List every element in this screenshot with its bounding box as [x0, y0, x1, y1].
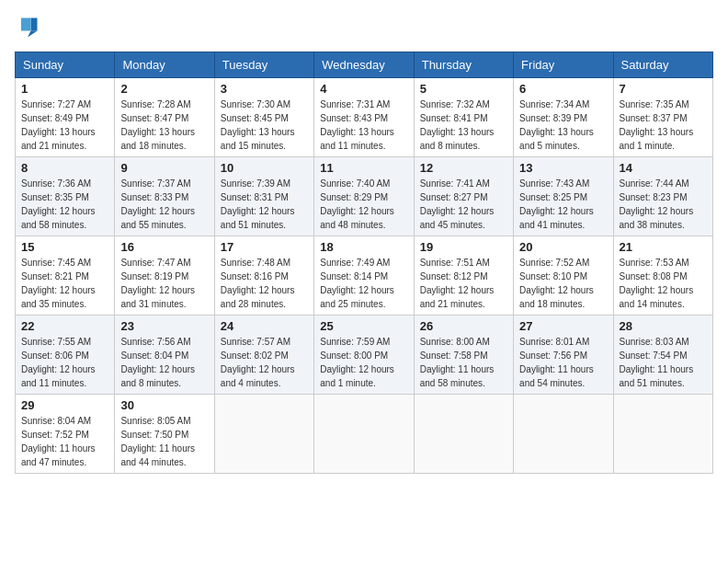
day-info: Sunrise: 7:27 AM Sunset: 8:49 PM Dayligh… — [21, 98, 108, 153]
day-info: Sunrise: 7:51 AM Sunset: 8:12 PM Dayligh… — [420, 256, 507, 311]
day-number: 1 — [21, 82, 108, 96]
day-info: Sunrise: 7:59 AM Sunset: 8:00 PM Dayligh… — [320, 335, 407, 390]
calendar-cell — [514, 395, 613, 474]
day-number: 13 — [519, 161, 607, 175]
day-info: Sunrise: 7:34 AM Sunset: 8:39 PM Dayligh… — [519, 98, 607, 153]
calendar-cell: 2Sunrise: 7:28 AM Sunset: 8:47 PM Daylig… — [115, 78, 214, 157]
day-number: 17 — [221, 240, 308, 254]
logo — [15, 15, 48, 40]
calendar-cell: 28Sunrise: 8:03 AM Sunset: 7:54 PM Dayli… — [613, 316, 712, 395]
calendar-row: 29Sunrise: 8:04 AM Sunset: 7:52 PM Dayli… — [16, 395, 713, 474]
day-number: 24 — [221, 319, 308, 333]
day-info: Sunrise: 7:41 AM Sunset: 8:27 PM Dayligh… — [420, 177, 507, 232]
day-number: 10 — [221, 161, 308, 175]
calendar-cell: 19Sunrise: 7:51 AM Sunset: 8:12 PM Dayli… — [414, 236, 513, 316]
day-number: 7 — [620, 82, 707, 96]
day-info: Sunrise: 7:43 AM Sunset: 8:25 PM Dayligh… — [519, 177, 607, 232]
calendar-cell: 3Sunrise: 7:30 AM Sunset: 8:45 PM Daylig… — [214, 78, 313, 157]
calendar-cell: 8Sunrise: 7:36 AM Sunset: 8:35 PM Daylig… — [16, 157, 115, 236]
day-info: Sunrise: 7:55 AM Sunset: 8:06 PM Dayligh… — [21, 335, 108, 390]
day-number: 2 — [120, 82, 208, 96]
calendar-cell: 27Sunrise: 8:01 AM Sunset: 7:56 PM Dayli… — [514, 316, 613, 395]
calendar-cell: 20Sunrise: 7:52 AM Sunset: 8:10 PM Dayli… — [514, 236, 613, 316]
calendar-table: Sunday Monday Tuesday Wednesday Thursday… — [15, 52, 713, 474]
logo-icon — [15, 15, 40, 40]
day-number: 28 — [620, 319, 707, 333]
day-number: 3 — [221, 82, 308, 96]
calendar-cell: 18Sunrise: 7:49 AM Sunset: 8:14 PM Dayli… — [314, 236, 414, 316]
day-number: 23 — [120, 319, 208, 333]
day-number: 9 — [120, 161, 208, 175]
day-info: Sunrise: 7:36 AM Sunset: 8:35 PM Dayligh… — [21, 177, 108, 232]
day-info: Sunrise: 7:45 AM Sunset: 8:21 PM Dayligh… — [21, 256, 108, 311]
day-info: Sunrise: 7:52 AM Sunset: 8:10 PM Dayligh… — [519, 256, 607, 311]
svg-marker-2 — [21, 18, 31, 31]
calendar-cell: 26Sunrise: 8:00 AM Sunset: 7:58 PM Dayli… — [414, 316, 513, 395]
calendar-cell: 4Sunrise: 7:31 AM Sunset: 8:43 PM Daylig… — [314, 78, 414, 157]
day-number: 21 — [620, 240, 707, 254]
calendar-cell: 16Sunrise: 7:47 AM Sunset: 8:19 PM Dayli… — [115, 236, 214, 316]
day-info: Sunrise: 7:49 AM Sunset: 8:14 PM Dayligh… — [320, 256, 407, 311]
day-info: Sunrise: 7:35 AM Sunset: 8:37 PM Dayligh… — [620, 98, 707, 153]
calendar-cell: 21Sunrise: 7:53 AM Sunset: 8:08 PM Dayli… — [613, 236, 712, 316]
calendar-cell — [214, 395, 313, 474]
page-header — [15, 15, 713, 40]
day-info: Sunrise: 7:37 AM Sunset: 8:33 PM Dayligh… — [120, 177, 208, 232]
day-info: Sunrise: 7:47 AM Sunset: 8:19 PM Dayligh… — [120, 256, 208, 311]
day-number: 19 — [420, 240, 507, 254]
day-number: 4 — [320, 82, 407, 96]
calendar-row: 8Sunrise: 7:36 AM Sunset: 8:35 PM Daylig… — [16, 157, 713, 236]
calendar-cell: 1Sunrise: 7:27 AM Sunset: 8:49 PM Daylig… — [16, 78, 115, 157]
calendar-cell: 22Sunrise: 7:55 AM Sunset: 8:06 PM Dayli… — [16, 316, 115, 395]
calendar-cell: 9Sunrise: 7:37 AM Sunset: 8:33 PM Daylig… — [115, 157, 214, 236]
calendar-cell: 12Sunrise: 7:41 AM Sunset: 8:27 PM Dayli… — [414, 157, 513, 236]
day-info: Sunrise: 7:57 AM Sunset: 8:02 PM Dayligh… — [221, 335, 308, 390]
day-number: 12 — [420, 161, 507, 175]
col-thursday: Thursday — [414, 52, 513, 78]
calendar-cell: 11Sunrise: 7:40 AM Sunset: 8:29 PM Dayli… — [314, 157, 414, 236]
day-info: Sunrise: 7:44 AM Sunset: 8:23 PM Dayligh… — [620, 177, 707, 232]
col-sunday: Sunday — [16, 52, 115, 78]
day-number: 26 — [420, 319, 507, 333]
day-number: 11 — [320, 161, 407, 175]
col-saturday: Saturday — [613, 52, 712, 78]
day-info: Sunrise: 7:31 AM Sunset: 8:43 PM Dayligh… — [320, 98, 407, 153]
calendar-cell: 14Sunrise: 7:44 AM Sunset: 8:23 PM Dayli… — [613, 157, 712, 236]
day-info: Sunrise: 8:05 AM Sunset: 7:50 PM Dayligh… — [120, 414, 208, 469]
day-number: 18 — [320, 240, 407, 254]
calendar-cell: 29Sunrise: 8:04 AM Sunset: 7:52 PM Dayli… — [16, 395, 115, 474]
day-number: 15 — [21, 240, 108, 254]
day-info: Sunrise: 8:03 AM Sunset: 7:54 PM Dayligh… — [620, 335, 707, 390]
day-number: 8 — [21, 161, 108, 175]
day-number: 16 — [120, 240, 208, 254]
col-tuesday: Tuesday — [214, 52, 313, 78]
day-number: 22 — [21, 319, 108, 333]
calendar-cell: 24Sunrise: 7:57 AM Sunset: 8:02 PM Dayli… — [214, 316, 313, 395]
day-info: Sunrise: 8:04 AM Sunset: 7:52 PM Dayligh… — [21, 414, 108, 469]
day-info: Sunrise: 8:00 AM Sunset: 7:58 PM Dayligh… — [420, 335, 507, 390]
calendar-cell — [314, 395, 414, 474]
day-number: 29 — [21, 398, 108, 412]
header-row: Sunday Monday Tuesday Wednesday Thursday… — [16, 52, 713, 78]
calendar-cell: 6Sunrise: 7:34 AM Sunset: 8:39 PM Daylig… — [514, 78, 613, 157]
calendar-cell: 7Sunrise: 7:35 AM Sunset: 8:37 PM Daylig… — [613, 78, 712, 157]
day-info: Sunrise: 7:40 AM Sunset: 8:29 PM Dayligh… — [320, 177, 407, 232]
day-number: 5 — [420, 82, 507, 96]
svg-marker-0 — [31, 18, 38, 31]
col-wednesday: Wednesday — [314, 52, 414, 78]
day-info: Sunrise: 7:28 AM Sunset: 8:47 PM Dayligh… — [120, 98, 208, 153]
calendar-row: 15Sunrise: 7:45 AM Sunset: 8:21 PM Dayli… — [16, 236, 713, 316]
day-info: Sunrise: 7:30 AM Sunset: 8:45 PM Dayligh… — [221, 98, 308, 153]
svg-marker-1 — [28, 31, 38, 38]
calendar-cell: 5Sunrise: 7:32 AM Sunset: 8:41 PM Daylig… — [414, 78, 513, 157]
calendar-cell: 13Sunrise: 7:43 AM Sunset: 8:25 PM Dayli… — [514, 157, 613, 236]
day-number: 20 — [519, 240, 607, 254]
day-info: Sunrise: 7:53 AM Sunset: 8:08 PM Dayligh… — [620, 256, 707, 311]
calendar-cell — [613, 395, 712, 474]
calendar-row: 22Sunrise: 7:55 AM Sunset: 8:06 PM Dayli… — [16, 316, 713, 395]
day-number: 30 — [120, 398, 208, 412]
day-info: Sunrise: 7:39 AM Sunset: 8:31 PM Dayligh… — [221, 177, 308, 232]
calendar-cell: 15Sunrise: 7:45 AM Sunset: 8:21 PM Dayli… — [16, 236, 115, 316]
calendar-cell: 25Sunrise: 7:59 AM Sunset: 8:00 PM Dayli… — [314, 316, 414, 395]
day-info: Sunrise: 8:01 AM Sunset: 7:56 PM Dayligh… — [519, 335, 607, 390]
